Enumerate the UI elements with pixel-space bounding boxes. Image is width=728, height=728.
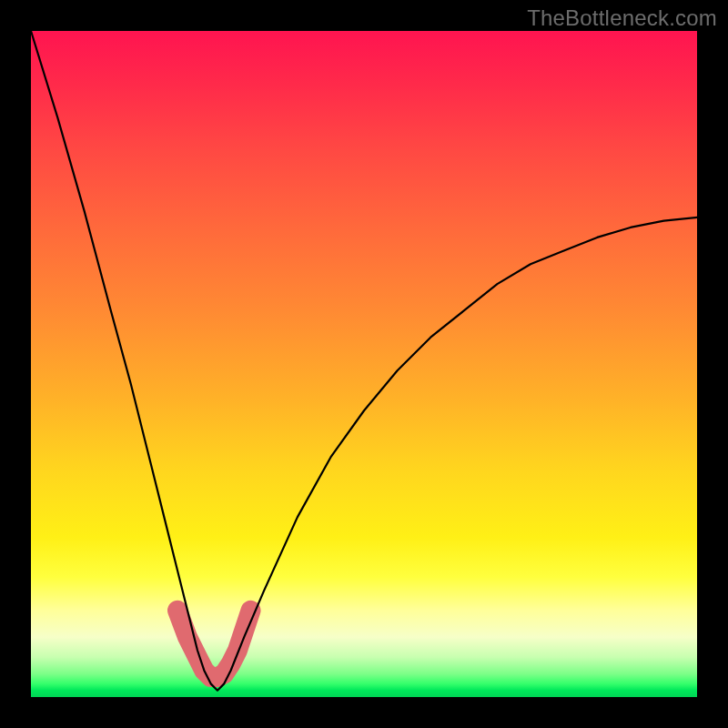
curve-highlight (177, 611, 251, 677)
watermark-text: TheBottleneck.com (527, 5, 717, 31)
chart-svg (31, 31, 697, 697)
bottleneck-curve (31, 31, 697, 691)
chart-frame: TheBottleneck.com (0, 0, 728, 728)
chart-plot-area (31, 31, 697, 697)
